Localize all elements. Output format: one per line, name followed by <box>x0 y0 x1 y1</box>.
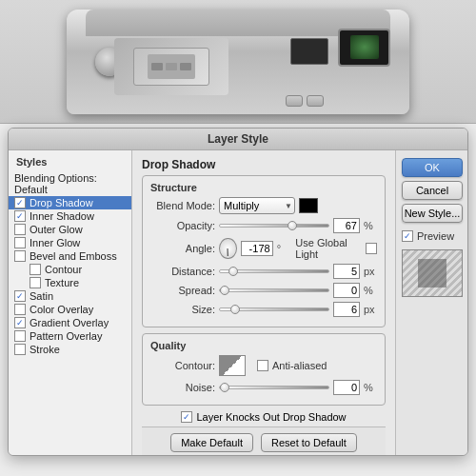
spread-slider[interactable] <box>219 288 329 292</box>
distance-label: Distance: <box>150 266 215 277</box>
distance-unit: px <box>364 266 377 277</box>
style-inner-glow[interactable]: Inner Glow <box>9 236 131 249</box>
size-label: Size: <box>150 304 215 315</box>
quality-title: Quality <box>150 340 377 351</box>
size-slider[interactable] <box>219 307 329 311</box>
angle-dial[interactable] <box>219 238 237 259</box>
styles-header: Styles <box>9 154 131 171</box>
spread-row: Spread: % <box>150 283 377 298</box>
reset-default-button[interactable]: Reset to Default <box>261 433 357 452</box>
blend-mode-label: Blend Mode: <box>150 200 215 211</box>
main-content: Drop Shadow Structure Blend Mode: Multip… <box>132 150 395 455</box>
style-texture[interactable]: Texture <box>9 276 131 289</box>
ok-button[interactable]: OK <box>402 158 463 177</box>
cancel-button[interactable]: Cancel <box>402 181 463 200</box>
global-light-label: Use Global Light <box>295 237 360 260</box>
contour-checkbox[interactable] <box>30 264 41 275</box>
preview-label: Preview <box>417 230 454 242</box>
make-default-button[interactable]: Make Default <box>170 433 253 452</box>
layer-style-dialog: Layer Style Styles Blending Options: Def… <box>8 128 468 456</box>
distance-row: Distance: px <box>150 264 377 279</box>
camera-body <box>67 10 409 114</box>
anti-aliased-checkbox[interactable] <box>257 360 268 371</box>
contour-label: Contour: <box>150 360 215 371</box>
style-drop-shadow[interactable]: ✓ Drop Shadow <box>9 196 131 209</box>
style-outer-glow[interactable]: Outer Glow <box>9 223 131 236</box>
camera-lcd <box>290 38 328 65</box>
opacity-slider[interactable] <box>219 224 329 228</box>
new-style-button[interactable]: New Style... <box>402 204 463 223</box>
opacity-label: Opacity: <box>150 220 215 231</box>
knockout-checkbox[interactable]: ✓ <box>181 411 192 423</box>
noise-label: Noise: <box>150 382 215 393</box>
contour-row: Contour: Anti-aliased <box>150 355 377 376</box>
section-title: Drop Shadow <box>142 158 386 171</box>
spread-label: Spread: <box>150 285 215 296</box>
blend-mode-color-swatch[interactable] <box>299 198 318 213</box>
inner-shadow-checkbox[interactable]: ✓ <box>14 210 26 222</box>
select-arrow-icon: ▼ <box>285 202 292 210</box>
opacity-unit: % <box>364 220 377 231</box>
contour-preview[interactable] <box>219 355 246 376</box>
camera-lens <box>114 38 228 95</box>
noise-input[interactable] <box>333 380 360 395</box>
style-gradient-overlay[interactable]: ✓ Gradient Overlay <box>9 316 131 329</box>
opacity-row: Opacity: % <box>150 218 377 233</box>
angle-input[interactable] <box>241 241 273 256</box>
size-input[interactable] <box>333 302 360 317</box>
bevel-emboss-checkbox[interactable] <box>14 250 26 262</box>
size-thumb[interactable] <box>230 305 240 314</box>
distance-thumb[interactable] <box>228 267 238 276</box>
preview-row: ✓ Preview <box>402 230 462 242</box>
knockout-row: ✓ Layer Knocks Out Drop Shadow <box>142 411 386 423</box>
style-satin[interactable]: ✓ Satin <box>9 289 131 303</box>
style-stroke[interactable]: Stroke <box>9 343 131 356</box>
pattern-overlay-checkbox[interactable] <box>14 330 26 342</box>
outer-glow-checkbox[interactable] <box>14 224 26 235</box>
camera-buttons <box>286 95 324 107</box>
spread-thumb[interactable] <box>220 286 229 295</box>
blend-mode-row: Blend Mode: Multiply ▼ <box>150 197 377 214</box>
gradient-overlay-checkbox[interactable]: ✓ <box>14 317 26 328</box>
texture-checkbox[interactable] <box>30 277 41 288</box>
preview-thumbnail <box>402 249 463 297</box>
angle-label: Angle: <box>150 243 215 254</box>
blend-mode-select[interactable]: Multiply ▼ <box>219 197 295 214</box>
preview-checkbox[interactable]: ✓ <box>402 230 413 242</box>
color-overlay-checkbox[interactable] <box>14 304 26 315</box>
distance-slider[interactable] <box>219 269 329 273</box>
structure-title: Structure <box>150 182 377 193</box>
bottom-buttons: Make Default Reset to Default <box>142 426 386 455</box>
style-pattern-overlay[interactable]: Pattern Overlay <box>9 329 131 343</box>
spread-unit: % <box>364 285 377 296</box>
noise-unit: % <box>364 382 377 393</box>
global-light-checkbox[interactable] <box>366 243 377 254</box>
dialog-title: Layer Style <box>9 129 467 150</box>
spread-input[interactable] <box>333 283 360 298</box>
size-row: Size: px <box>150 302 377 317</box>
inner-glow-checkbox[interactable] <box>14 237 26 248</box>
opacity-thumb[interactable] <box>288 221 297 230</box>
camera-viewfinder <box>338 29 390 67</box>
camera-preview <box>0 0 476 124</box>
satin-checkbox[interactable]: ✓ <box>14 290 26 302</box>
distance-input[interactable] <box>333 264 360 279</box>
styles-panel: Styles Blending Options: Default ✓ Drop … <box>9 150 132 455</box>
structure-section: Structure Blend Mode: Multiply ▼ Opacity… <box>142 175 386 327</box>
drop-shadow-checkbox[interactable]: ✓ <box>14 197 26 208</box>
angle-row: Angle: ° Use Global Light <box>150 237 377 260</box>
angle-unit: ° <box>277 243 288 254</box>
opacity-input[interactable] <box>333 218 360 233</box>
style-bevel-emboss[interactable]: Bevel and Emboss <box>9 249 131 263</box>
style-contour[interactable]: Contour <box>9 263 131 276</box>
buttons-panel: OK Cancel New Style... ✓ Preview <box>395 150 467 455</box>
style-inner-shadow[interactable]: ✓ Inner Shadow <box>9 209 131 223</box>
stroke-checkbox[interactable] <box>14 344 26 355</box>
knockout-label: Layer Knocks Out Drop Shadow <box>196 411 346 423</box>
noise-slider[interactable] <box>219 386 329 389</box>
noise-thumb[interactable] <box>220 383 229 392</box>
angle-line <box>228 248 228 256</box>
quality-section: Quality Contour: Anti-aliased Noise: % <box>142 333 386 406</box>
style-color-overlay[interactable]: Color Overlay <box>9 303 131 316</box>
style-blending-options[interactable]: Blending Options: Default <box>9 171 131 196</box>
